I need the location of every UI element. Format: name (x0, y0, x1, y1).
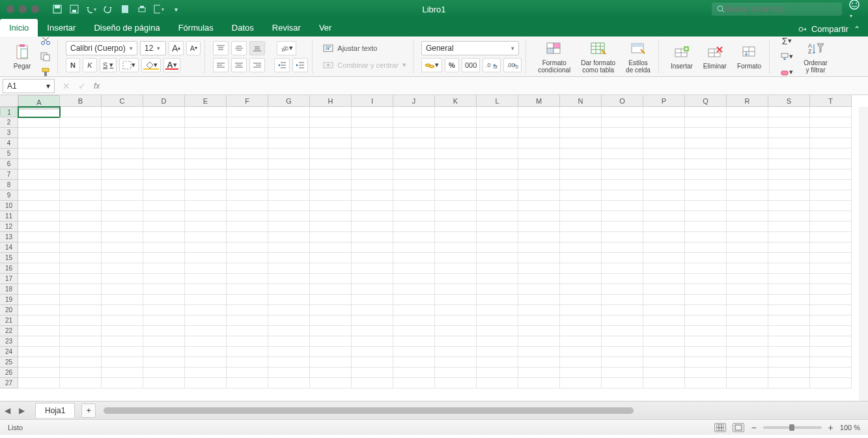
cell[interactable] (227, 107, 268, 117)
sheet-tab-hoja1[interactable]: Hoja1 (35, 403, 75, 418)
cell[interactable] (227, 169, 268, 180)
cell[interactable] (102, 201, 143, 211)
cell[interactable] (18, 295, 60, 305)
cells-area[interactable] (18, 107, 852, 388)
cell[interactable] (102, 138, 143, 149)
cell[interactable] (185, 326, 227, 336)
cell[interactable] (393, 295, 435, 305)
cell[interactable] (393, 284, 435, 295)
orientation-button[interactable]: ab▾ (277, 41, 296, 55)
cell[interactable] (393, 347, 435, 357)
cell[interactable] (477, 190, 518, 201)
cell[interactable] (727, 211, 768, 222)
cell[interactable] (352, 284, 393, 295)
cell[interactable] (102, 232, 143, 242)
cell[interactable] (352, 274, 393, 284)
cell[interactable] (768, 295, 810, 305)
cell[interactable] (102, 336, 143, 347)
new-doc-icon[interactable] (120, 4, 130, 14)
decrease-decimal-button[interactable]: .00.0 (503, 58, 522, 72)
cell[interactable] (102, 128, 143, 138)
cell[interactable] (435, 284, 477, 295)
cell[interactable] (602, 284, 643, 295)
cell[interactable] (727, 253, 768, 263)
cell[interactable] (185, 357, 227, 368)
cell[interactable] (643, 295, 685, 305)
cell[interactable] (185, 222, 227, 232)
cell[interactable] (435, 326, 477, 336)
currency-button[interactable]: ▾ (421, 58, 442, 72)
cell[interactable] (435, 180, 477, 190)
row-header[interactable]: 3 (0, 128, 18, 138)
column-header[interactable]: P (643, 95, 685, 107)
cell[interactable] (727, 378, 768, 388)
cell[interactable] (602, 357, 643, 368)
cell[interactable] (560, 305, 602, 315)
cell[interactable] (102, 368, 143, 378)
cell[interactable] (143, 295, 185, 305)
cell[interactable] (185, 180, 227, 190)
cell[interactable] (102, 253, 143, 263)
cell[interactable] (60, 347, 102, 357)
cell[interactable] (477, 274, 518, 284)
cell[interactable] (143, 149, 185, 159)
column-header[interactable]: R (727, 95, 768, 107)
cell[interactable] (18, 159, 60, 169)
cell[interactable] (227, 180, 268, 190)
cell[interactable] (102, 295, 143, 305)
cell[interactable] (393, 169, 435, 180)
cell[interactable] (435, 232, 477, 242)
percent-button[interactable]: % (445, 58, 459, 72)
cell[interactable] (352, 242, 393, 253)
row-header[interactable]: 2 (0, 117, 18, 128)
cell[interactable] (227, 159, 268, 169)
cell[interactable] (60, 222, 102, 232)
save-icon[interactable] (52, 4, 63, 14)
cell[interactable] (810, 357, 852, 368)
cell[interactable] (810, 315, 852, 326)
bold-button[interactable]: N (66, 58, 80, 72)
cell[interactable] (352, 149, 393, 159)
sheet-nav-prev-button[interactable]: ◀ (0, 403, 14, 418)
cell[interactable] (268, 347, 310, 357)
cell[interactable] (685, 107, 727, 117)
cell[interactable] (602, 201, 643, 211)
cell[interactable] (185, 274, 227, 284)
tab-diseno[interactable]: Diseño de página (85, 19, 169, 36)
cancel-formula-icon[interactable]: ✕ (63, 81, 70, 91)
cell[interactable] (352, 117, 393, 128)
cell[interactable] (810, 222, 852, 232)
cell[interactable] (227, 295, 268, 305)
cell[interactable] (310, 222, 352, 232)
undo-icon[interactable]: ▾ (86, 4, 96, 14)
cell[interactable] (435, 378, 477, 388)
cell[interactable] (143, 107, 185, 117)
column-header[interactable]: F (227, 95, 268, 107)
cell[interactable] (560, 347, 602, 357)
cell[interactable] (102, 315, 143, 326)
cell[interactable] (768, 201, 810, 211)
cell[interactable] (268, 253, 310, 263)
cell[interactable] (768, 274, 810, 284)
cell[interactable] (560, 211, 602, 222)
cell[interactable] (602, 368, 643, 378)
cell[interactable] (768, 107, 810, 117)
cell[interactable] (60, 315, 102, 326)
cell[interactable] (143, 253, 185, 263)
formula-input[interactable] (107, 80, 868, 93)
tab-revisar[interactable]: Revisar (263, 19, 310, 36)
cell[interactable] (602, 315, 643, 326)
cell[interactable] (810, 295, 852, 305)
cell[interactable] (727, 232, 768, 242)
cell[interactable] (518, 274, 560, 284)
cell[interactable] (518, 169, 560, 180)
normal-view-button[interactable] (714, 423, 726, 432)
cell[interactable] (352, 315, 393, 326)
cell[interactable] (60, 128, 102, 138)
cell[interactable] (268, 149, 310, 159)
cell[interactable] (268, 180, 310, 190)
underline-button[interactable]: S▾ (100, 58, 117, 72)
cell[interactable] (102, 107, 143, 117)
cell[interactable] (685, 336, 727, 347)
cell[interactable] (18, 347, 60, 357)
